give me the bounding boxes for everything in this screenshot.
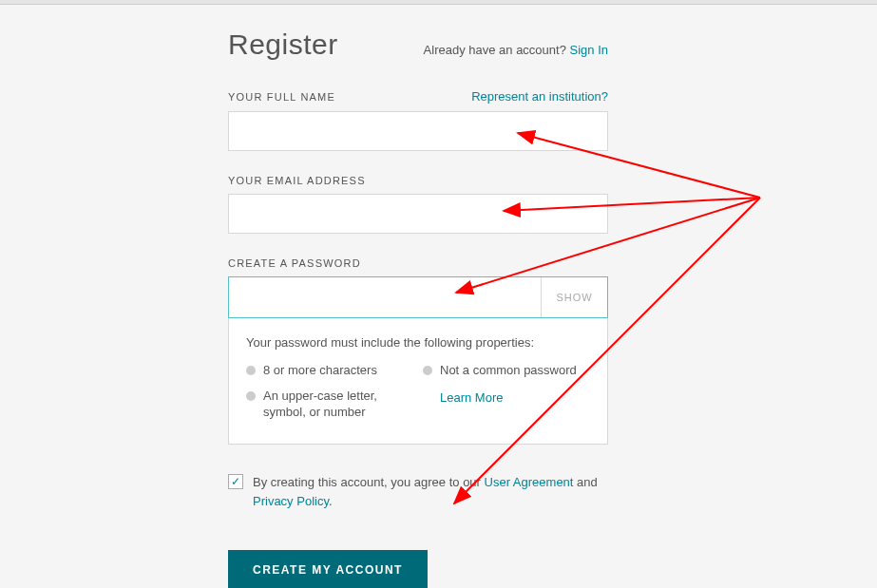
email-label: YOUR EMAIL ADDRESS bbox=[228, 175, 366, 186]
user-agreement-link[interactable]: User Agreement bbox=[485, 475, 574, 489]
email-input[interactable] bbox=[228, 194, 608, 234]
full-name-input[interactable] bbox=[228, 111, 608, 151]
agree-text: By creating this account, you agree to o… bbox=[253, 473, 608, 513]
hints-col-left: 8 or more characters An upper-case lette… bbox=[246, 363, 413, 430]
password-wrapper: SHOW bbox=[228, 276, 608, 318]
top-border bbox=[0, 0, 877, 5]
hint-item-chars: 8 or more characters bbox=[246, 363, 413, 379]
name-label: YOUR FULL NAME bbox=[228, 91, 335, 103]
show-password-button[interactable]: SHOW bbox=[541, 277, 607, 317]
password-field-group: CREATE A PASSWORD SHOW Your password mus… bbox=[228, 257, 608, 445]
bullet-icon bbox=[246, 366, 256, 375]
hint-item-upper: An upper-case letter, symbol, or number bbox=[246, 389, 413, 421]
agree-row: ✓ By creating this account, you agree to… bbox=[228, 473, 608, 513]
name-field-group: YOUR FULL NAME Represent an institution? bbox=[228, 89, 608, 151]
privacy-policy-link[interactable]: Privacy Policy bbox=[253, 494, 329, 508]
represent-institution-link[interactable]: Represent an institution? bbox=[471, 89, 608, 104]
password-label: CREATE A PASSWORD bbox=[228, 257, 361, 269]
agree-period: . bbox=[329, 494, 333, 508]
hint-text: Not a common password bbox=[440, 363, 577, 379]
sign-in-link[interactable]: Sign In bbox=[570, 43, 608, 57]
hint-item-common: Not a common password bbox=[423, 363, 590, 379]
already-have-account: Already have an account? Sign In bbox=[424, 43, 608, 57]
register-form: Register Already have an account? Sign I… bbox=[209, 28, 627, 588]
hints-title: Your password must include the following… bbox=[246, 335, 590, 350]
hint-text: 8 or more characters bbox=[263, 363, 377, 379]
email-label-row: YOUR EMAIL ADDRESS bbox=[228, 175, 608, 186]
hints-grid: 8 or more characters An upper-case lette… bbox=[246, 363, 590, 430]
terms-checkbox[interactable]: ✓ bbox=[228, 474, 243, 489]
header-row: Register Already have an account? Sign I… bbox=[228, 28, 608, 61]
page-title: Register bbox=[228, 28, 338, 61]
agree-and: and bbox=[573, 475, 597, 489]
hint-text: An upper-case letter, symbol, or number bbox=[263, 389, 413, 421]
already-text: Already have an account? bbox=[424, 43, 570, 57]
bullet-icon bbox=[246, 391, 256, 401]
bullet-icon bbox=[423, 366, 432, 375]
password-hints: Your password must include the following… bbox=[228, 318, 608, 445]
password-input[interactable] bbox=[229, 277, 541, 317]
agree-prefix: By creating this account, you agree to o… bbox=[253, 475, 485, 489]
hints-col-right: Not a common password Learn More bbox=[423, 363, 590, 430]
learn-more-link[interactable]: Learn More bbox=[440, 390, 503, 405]
password-label-row: CREATE A PASSWORD bbox=[228, 257, 608, 269]
email-field-group: YOUR EMAIL ADDRESS bbox=[228, 175, 608, 234]
checkmark-icon: ✓ bbox=[231, 476, 240, 487]
name-label-row: YOUR FULL NAME Represent an institution? bbox=[228, 89, 608, 104]
create-account-button[interactable]: CREATE MY ACCOUNT bbox=[228, 550, 428, 588]
